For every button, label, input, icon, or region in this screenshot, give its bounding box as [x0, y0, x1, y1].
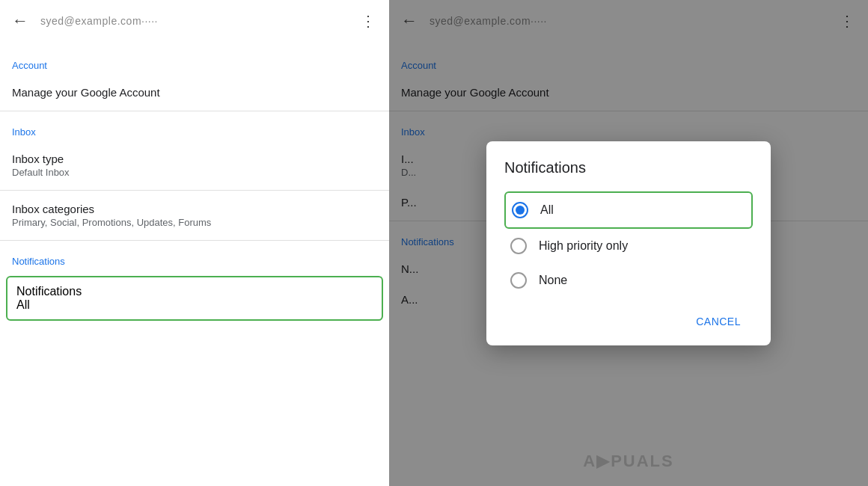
divider-2	[0, 190, 389, 191]
radio-circle-all	[512, 202, 528, 218]
left-settings-content: Account Manage your Google Account Inbox…	[0, 42, 389, 486]
left-inbox-categories-subtitle: Primary, Social, Promotions, Updates, Fo…	[12, 217, 377, 228]
radio-label-high-priority: High priority only	[539, 239, 628, 253]
radio-label-none: None	[539, 274, 567, 287]
left-section-account: Account	[0, 48, 389, 77]
left-back-button[interactable]: ←	[12, 13, 28, 29]
right-panel: ← syed@example.com····· ⋮ Account Manage…	[389, 0, 868, 486]
dialog-overlay: Notifications All High priority only Non…	[389, 0, 868, 486]
left-panel: ← syed@example.com····· ⋮ Account Manage…	[0, 0, 389, 486]
left-more-button[interactable]: ⋮	[361, 12, 377, 30]
left-inbox-type-item[interactable]: Inbox type Default Inbox	[0, 144, 389, 187]
radio-inner-all	[516, 206, 525, 215]
left-notifications-title: Notifications	[16, 285, 373, 298]
radio-option-none[interactable]: None	[504, 263, 753, 298]
dialog-actions: Cancel	[504, 310, 753, 333]
radio-label-all: All	[540, 203, 554, 217]
radio-circle-high-priority	[510, 238, 527, 254]
notifications-dialog: Notifications All High priority only Non…	[486, 141, 771, 345]
left-inbox-type-title: Inbox type	[12, 153, 377, 165]
left-email-title: syed@example.com·····	[40, 15, 361, 27]
divider-3	[0, 240, 389, 241]
left-section-notifications: Notifications	[0, 244, 389, 273]
left-inbox-categories-item[interactable]: Inbox categories Primary, Social, Promot…	[0, 194, 389, 237]
left-inbox-categories-title: Inbox categories	[12, 203, 377, 215]
left-manage-account-title: Manage your Google Account	[12, 86, 377, 99]
divider-1	[0, 111, 389, 111]
left-section-inbox: Inbox	[0, 114, 389, 144]
radio-circle-none	[510, 272, 527, 289]
dialog-title: Notifications	[504, 159, 753, 176]
cancel-button[interactable]: Cancel	[684, 310, 753, 333]
radio-option-high-priority[interactable]: High priority only	[504, 229, 753, 263]
left-inbox-type-subtitle: Default Inbox	[12, 167, 377, 178]
radio-option-all[interactable]: All	[504, 191, 753, 229]
left-notifications-subtitle: All	[16, 298, 373, 312]
left-top-bar: ← syed@example.com····· ⋮	[0, 0, 389, 42]
left-notifications-item[interactable]: Notifications All	[6, 276, 383, 321]
left-manage-account-item[interactable]: Manage your Google Account	[0, 77, 389, 108]
